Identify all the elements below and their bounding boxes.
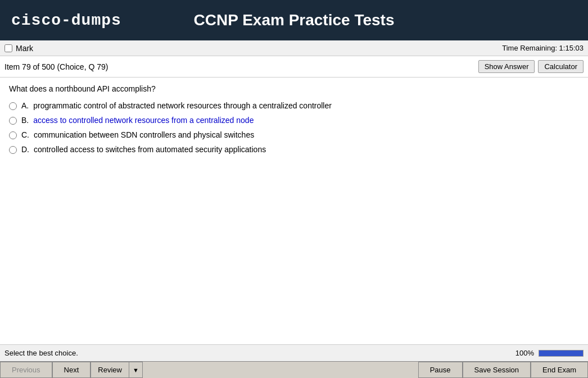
next-button[interactable]: Next (52, 362, 91, 378)
answer-option-d[interactable]: D. controlled access to switches from au… (9, 145, 579, 154)
time-remaining: Time Remaining: 1:15:03 (502, 44, 584, 52)
mark-label[interactable]: Mark (16, 44, 33, 53)
option-text-c: communication between SDN controllers an… (34, 130, 254, 139)
radio-b[interactable] (9, 117, 17, 125)
header-title: CCNP Exam Practice Tests (194, 11, 395, 29)
review-dropdown-arrow[interactable]: ▼ (129, 362, 142, 377)
spacer (143, 362, 418, 378)
review-button-wrapper: Review ▼ (91, 362, 143, 378)
option-label-c: C. (21, 130, 29, 139)
previous-button[interactable]: Previous (0, 362, 52, 378)
option-label-a: A. (21, 101, 29, 110)
option-text-d: controlled access to switches from autom… (34, 145, 266, 154)
answer-option-a[interactable]: A. programmatic control of abstracted ne… (9, 101, 579, 110)
radio-d[interactable] (9, 146, 17, 154)
calculator-button[interactable]: Calculator (538, 60, 584, 73)
question-bar-buttons: Show Answer Calculator (478, 60, 584, 73)
review-button[interactable]: Review (91, 362, 129, 377)
status-text: Select the best choice. (4, 349, 78, 357)
option-label-d: D. (21, 145, 29, 154)
progress-track (539, 350, 584, 357)
content-area: What does a northbound API accomplish? A… (0, 78, 588, 344)
answer-option-c[interactable]: C. communication between SDN controllers… (9, 130, 579, 139)
question-bar: Item 79 of 500 (Choice, Q 79) Show Answe… (0, 56, 588, 78)
mark-checkbox[interactable] (4, 44, 12, 52)
pause-button[interactable]: Pause (418, 362, 463, 378)
radio-c[interactable] (9, 131, 17, 139)
progress-fill (539, 350, 583, 356)
option-text-b: access to controlled network resources f… (33, 116, 254, 125)
radio-a[interactable] (9, 102, 17, 110)
option-text-a: programmatic control of abstracted netwo… (33, 101, 332, 110)
mark-bar: Mark Time Remaining: 1:15:03 (0, 40, 588, 56)
question-text: What does a northbound API accomplish? (9, 84, 579, 93)
end-exam-button[interactable]: End Exam (531, 362, 588, 378)
item-info: Item 79 of 500 (Choice, Q 79) (4, 62, 108, 71)
progress-area: 100% (515, 349, 584, 357)
progress-label: 100% (515, 349, 534, 357)
header: cisco-dumps CCNP Exam Practice Tests (0, 0, 588, 40)
show-answer-button[interactable]: Show Answer (478, 60, 535, 73)
bottom-nav: Previous Next Review ▼ Pause Save Sessio… (0, 361, 588, 378)
logo: cisco-dumps (11, 12, 121, 29)
mark-area[interactable]: Mark (4, 44, 33, 53)
answer-option-b[interactable]: B. access to controlled network resource… (9, 116, 579, 125)
option-label-b: B. (21, 116, 29, 125)
save-session-button[interactable]: Save Session (463, 362, 531, 378)
status-bar: Select the best choice. 100% (0, 344, 588, 361)
